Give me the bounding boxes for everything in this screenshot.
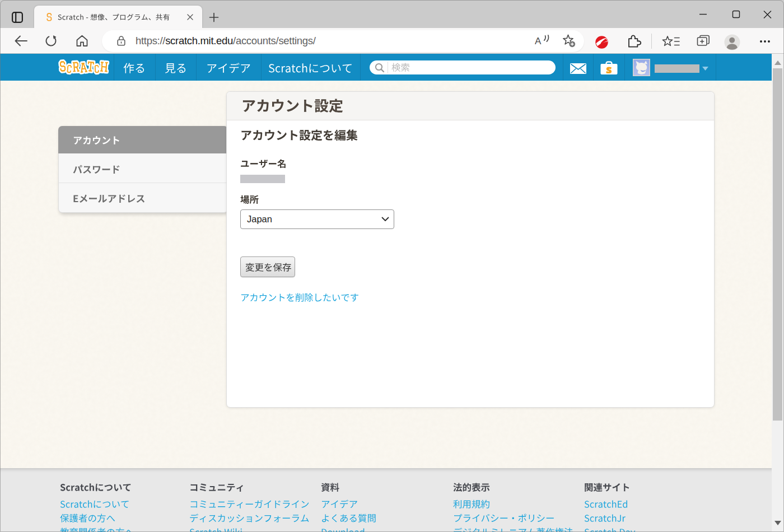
svg-text:A: A: [535, 36, 542, 46]
